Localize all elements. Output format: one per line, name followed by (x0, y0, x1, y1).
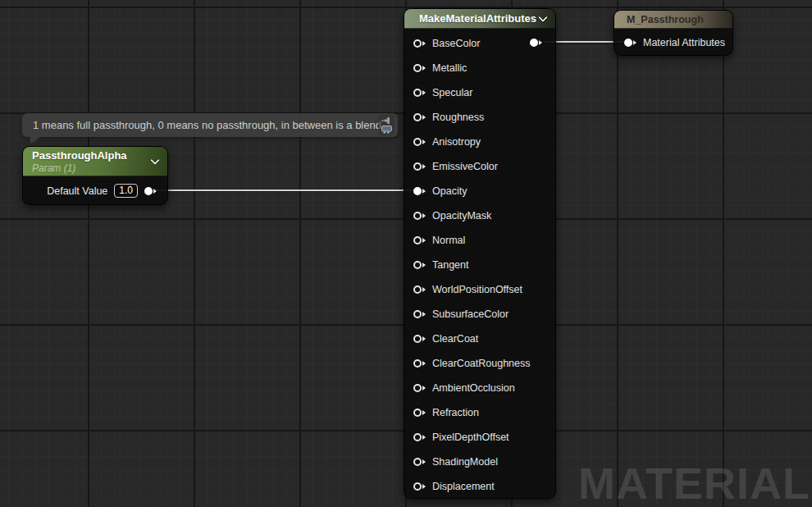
pin-row-shadingmodel[interactable]: ShadingModel (404, 450, 555, 474)
comment-bubble[interactable]: 1 means full passthrough, 0 means no pas… (22, 113, 398, 137)
node-m-passthrough-header[interactable]: M_Passthrough (614, 11, 732, 29)
input-pin-icon[interactable] (413, 212, 426, 220)
input-pin-icon[interactable] (413, 384, 426, 392)
node-passthrough-alpha-header[interactable]: PassthroughAlpha Param (1) (23, 147, 167, 176)
comment-bubble-controls[interactable] (378, 115, 395, 135)
input-pin-icon[interactable] (413, 433, 426, 441)
input-pin-icon[interactable] (413, 285, 426, 294)
pin-row-ambientocclusion[interactable]: AmbientOcclusion (404, 376, 555, 400)
output-pin-material-attributes-result[interactable] (530, 39, 542, 47)
node-passthrough-alpha[interactable]: PassthroughAlpha Param (1) Default Value… (22, 146, 168, 205)
input-pin-icon-connected[interactable] (413, 187, 426, 195)
node-subtitle: Param (1) (32, 162, 159, 174)
node-passthrough-alpha-body: Default Value 1.0 (23, 176, 167, 205)
input-pin-icon[interactable] (413, 236, 426, 244)
pin-row-opacitymask[interactable]: OpacityMask (404, 203, 555, 228)
input-pin-icon[interactable] (413, 162, 426, 171)
default-value-label: Default Value (47, 185, 107, 197)
pin-row-clearcoatroughness[interactable]: ClearCoatRoughness (404, 351, 555, 376)
node-make-material-attributes[interactable]: MakeMaterialAttributes BaseColor Metalli… (404, 8, 556, 499)
input-pin-icon[interactable] (413, 64, 426, 72)
input-pin-icon[interactable] (413, 409, 426, 417)
pin-icon[interactable] (381, 116, 391, 125)
material-watermark: MATERIAL (578, 460, 810, 507)
input-pin-list: BaseColor Metallic Specular Roughness An… (404, 29, 555, 499)
pin-row-specular[interactable]: Specular (404, 80, 555, 105)
comment-text: 1 means full passthrough, 0 means no pas… (33, 119, 381, 131)
input-pin-icon[interactable] (413, 138, 426, 146)
input-pin-icon[interactable] (413, 89, 426, 97)
default-value-input[interactable]: 1.0 (114, 184, 138, 198)
node-make-material-attributes-header[interactable]: MakeMaterialAttributes (404, 9, 555, 29)
pin-row-displacement[interactable]: Displacement (404, 474, 555, 499)
pin-row-tangent[interactable]: Tangent (404, 253, 555, 277)
pin-row-metallic[interactable]: Metallic (404, 56, 555, 80)
pin-row-emissivecolor[interactable]: EmissiveColor (404, 154, 555, 179)
node-title: PassthroughAlpha (32, 149, 159, 162)
input-pin-icon[interactable] (413, 458, 426, 466)
pin-row-pixeldepthoffset[interactable]: PixelDepthOffset (404, 425, 555, 450)
wire-defaultvalue-to-opacity[interactable] (157, 190, 415, 191)
input-pin-icon[interactable] (413, 359, 426, 368)
chevron-down-icon[interactable] (538, 12, 547, 21)
pin-row-anisotropy[interactable]: Anisotropy (404, 130, 555, 154)
pin-row-normal[interactable]: Normal (404, 228, 555, 253)
pin-row-refraction[interactable]: Refraction (404, 400, 555, 425)
input-pin-icon[interactable] (413, 335, 426, 343)
input-pin-icon[interactable] (413, 261, 426, 269)
comment-bubble-icon[interactable] (381, 126, 392, 134)
pin-row-subsurfacecolor[interactable]: SubsurfaceColor (404, 302, 555, 327)
pin-row-roughness[interactable]: Roughness (404, 105, 555, 130)
output-pin-default-value[interactable] (144, 187, 157, 195)
node-title: M_Passthrough (627, 14, 704, 25)
pin-row-worldpositionoffset[interactable]: WorldPositionOffset (404, 277, 555, 302)
node-title: MakeMaterialAttributes (419, 12, 536, 25)
input-pin-icon[interactable] (413, 113, 426, 121)
input-pin-material-attributes[interactable] (624, 39, 636, 47)
input-pin-icon[interactable] (413, 39, 426, 48)
input-pin-icon[interactable] (413, 482, 426, 491)
node-m-passthrough[interactable]: M_Passthrough Material Attributes (614, 10, 733, 56)
input-pin-icon[interactable] (413, 310, 426, 318)
input-pin-label: Material Attributes (643, 37, 725, 48)
material-graph-canvas[interactable]: MATERIAL 1 means full passthrough, 0 mea… (0, 0, 812, 507)
pin-row-opacity[interactable]: Opacity (404, 179, 555, 203)
node-m-passthrough-body: Material Attributes (614, 29, 732, 56)
comment-bubble-tail (30, 136, 41, 143)
pin-row-clearcoat[interactable]: ClearCoat (404, 327, 555, 351)
